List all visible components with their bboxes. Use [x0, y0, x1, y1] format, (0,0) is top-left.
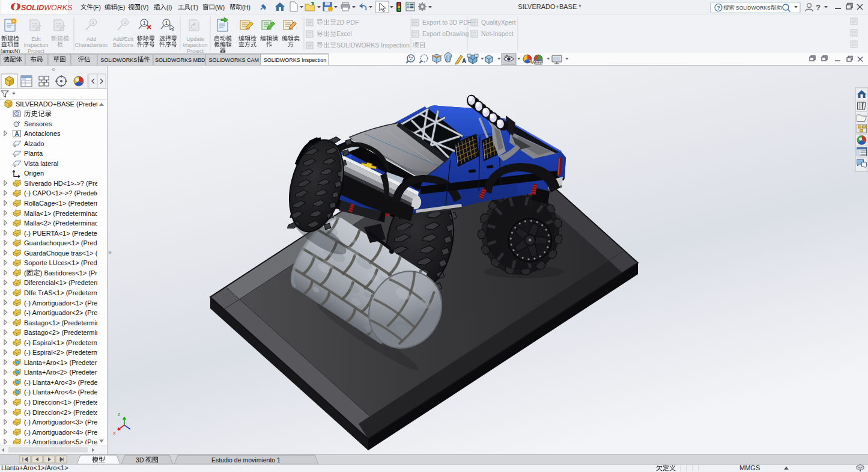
- svg-text:Estudio de movimiento 1: Estudio de movimiento 1: [211, 456, 281, 464]
- svg-text:(: (: [24, 269, 26, 277]
- svg-text:(V): (V): [141, 4, 148, 11]
- svg-text:Alzado: Alzado: [24, 140, 44, 147]
- svg-text:1: 1: [124, 20, 127, 25]
- svg-text:2D PDF: 2D PDF: [336, 19, 359, 26]
- svg-text:Sensores: Sensores: [24, 120, 52, 127]
- svg-text:Balloons: Balloons: [113, 42, 134, 48]
- svg-text:Llanta+Aro<1>/Aro<1>: Llanta+Aro<1>/Aro<1>: [1, 464, 68, 471]
- svg-text:Net-Inspect: Net-Inspect: [481, 30, 514, 37]
- svg-text:Edit: Edit: [31, 36, 41, 42]
- svg-text:SOLIDWORKS Inspection: SOLIDWORKS Inspection: [264, 57, 327, 63]
- svg-text:(W): (W): [215, 4, 225, 11]
- svg-text:Inspection: Inspection: [23, 42, 48, 48]
- svg-text:?: ?: [816, 3, 821, 12]
- svg-text:A: A: [14, 130, 19, 137]
- svg-text:Inspection: Inspection: [183, 42, 207, 48]
- svg-text:Malla<2> (Predeterminado<<: Malla<2> (Predeterminado<<: [24, 219, 110, 227]
- svg-text:Excel: Excel: [336, 30, 352, 37]
- svg-text:SOLIDWORKS: SOLIDWORKS: [21, 4, 73, 12]
- svg-text:Origen: Origen: [24, 170, 44, 177]
- svg-text:Update: Update: [186, 36, 204, 42]
- svg-text:Characteristic: Characteristic: [74, 42, 108, 48]
- svg-text:(T): (T): [190, 4, 198, 11]
- svg-text:SOLIDWORKS: SOLIDWORKS: [736, 5, 771, 11]
- svg-text:Vista lateral: Vista lateral: [24, 160, 58, 167]
- svg-text:(H): (H): [242, 4, 250, 11]
- svg-text:3D: 3D: [136, 456, 144, 464]
- svg-text:(E): (E): [117, 4, 125, 11]
- svg-text:(I): (I): [166, 4, 172, 11]
- svg-text:1: 1: [165, 20, 168, 26]
- svg-text:QualityXpert: QualityXpert: [481, 19, 516, 26]
- svg-text:SILVERADO+BASE *: SILVERADO+BASE *: [518, 3, 581, 10]
- svg-text:SOLIDWORKS Inspection: SOLIDWORKS Inspection: [336, 41, 410, 49]
- svg-text:1: 1: [92, 20, 95, 25]
- svg-text:SOLIDWORKS CAM: SOLIDWORKS CAM: [208, 57, 259, 63]
- svg-text:A: A: [462, 58, 466, 64]
- svg-text:Z: Z: [118, 412, 121, 417]
- svg-text:SOLIDWORKS MBD: SOLIDWORKS MBD: [155, 57, 205, 63]
- svg-text:Add/Edit: Add/Edit: [113, 36, 134, 42]
- svg-text:Malla<1> (Predeterminado<<: Malla<1> (Predeterminado<<: [24, 210, 110, 217]
- svg-text:?: ?: [717, 4, 720, 11]
- svg-text:Planta: Planta: [24, 150, 43, 157]
- svg-text:1: 1: [143, 20, 146, 26]
- svg-text:SOLIDWORKS: SOLIDWORKS: [100, 57, 137, 63]
- svg-text:Export eDrawing: Export eDrawing: [422, 30, 469, 37]
- svg-text:MMGS: MMGS: [739, 464, 760, 471]
- svg-text:Add: Add: [86, 36, 96, 42]
- svg-text:X: X: [113, 431, 116, 435]
- svg-text:Anotaciones: Anotaciones: [24, 130, 61, 137]
- svg-text:(F): (F): [93, 4, 101, 11]
- svg-text:Export to 3D PDF: Export to 3D PDF: [422, 19, 472, 26]
